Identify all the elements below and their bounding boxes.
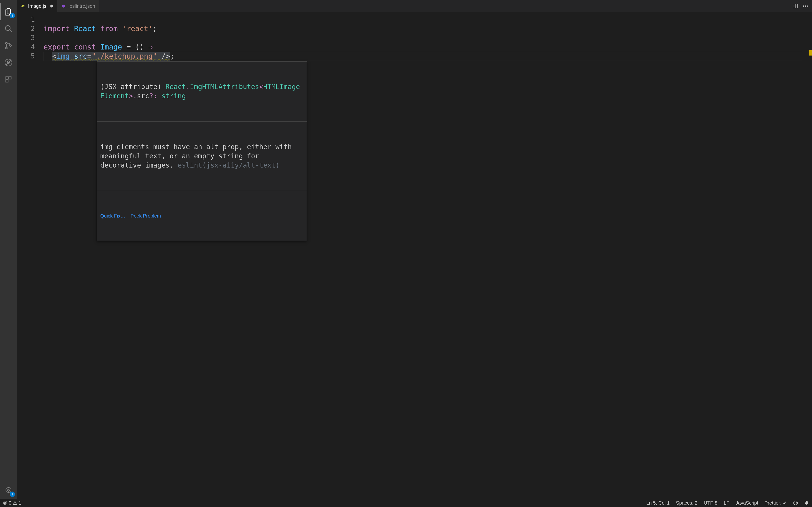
tab-image-js[interactable]: JS Image.js <box>17 0 57 12</box>
current-line-highlight <box>44 52 802 61</box>
js-file-icon: JS <box>21 4 26 8</box>
status-feedback[interactable] <box>793 501 798 505</box>
svg-point-18 <box>794 501 798 505</box>
quick-fix-link[interactable]: Quick Fix… <box>100 211 125 220</box>
status-indent[interactable]: Spaces: 2 <box>676 500 698 506</box>
bell-icon <box>804 501 809 505</box>
json-file-icon: ⬢ <box>61 4 66 8</box>
activity-extensions[interactable] <box>0 71 17 88</box>
svg-point-3 <box>6 47 7 49</box>
split-editor-icon[interactable] <box>793 3 798 9</box>
dirty-indicator-icon <box>50 5 53 7</box>
tab-eslintrc[interactable]: ⬢ .eslintrc.json <box>57 0 99 12</box>
tab-bar: JS Image.js ⬢ .eslintrc.json ••• <box>17 0 812 12</box>
hover-message: img elements must have an alt prop, eith… <box>97 140 307 172</box>
status-prettier[interactable]: Prettier: ✔ <box>764 500 787 506</box>
line-gutter: 1 2 3 4 5 <box>17 12 44 499</box>
status-cursor[interactable]: Ln 5, Col 1 <box>646 500 670 506</box>
status-problems[interactable]: 0 1 <box>3 500 21 506</box>
extensions-icon <box>5 76 12 83</box>
status-language[interactable]: JavaScript <box>735 500 758 506</box>
activity-settings[interactable]: 1 <box>0 482 17 499</box>
peek-problem-link[interactable]: Peek Problem <box>131 211 161 220</box>
smiley-icon <box>793 501 798 505</box>
source-control-icon <box>4 42 12 50</box>
hover-widget: (JSX attribute) React.ImgHTMLAttributes<… <box>97 61 307 241</box>
svg-rect-8 <box>9 77 11 79</box>
more-actions-icon[interactable]: ••• <box>803 3 809 9</box>
activity-debug[interactable] <box>0 54 17 71</box>
explorer-badge: 1 <box>10 13 15 18</box>
svg-point-0 <box>5 25 10 31</box>
line-number: 1 <box>17 15 35 24</box>
svg-point-19 <box>795 502 795 503</box>
overview-ruler[interactable] <box>808 24 812 499</box>
tab-label: .eslintrc.json <box>68 3 95 9</box>
error-icon <box>3 501 7 505</box>
svg-rect-7 <box>6 77 8 79</box>
line-number: 3 <box>17 33 35 43</box>
activity-scm[interactable] <box>0 37 17 54</box>
activity-search[interactable] <box>0 20 17 37</box>
warning-marker[interactable] <box>809 50 812 56</box>
svg-point-4 <box>10 45 11 46</box>
settings-badge: 1 <box>10 492 15 497</box>
search-icon <box>4 24 12 33</box>
tab-label: Image.js <box>28 3 46 9</box>
svg-line-1 <box>9 30 12 32</box>
status-notifications[interactable] <box>804 501 809 505</box>
code-editor[interactable]: import React from 'react'; export const … <box>44 12 807 499</box>
warning-icon <box>13 501 17 505</box>
svg-rect-9 <box>6 80 8 82</box>
status-eol[interactable]: LF <box>724 500 729 506</box>
hover-type-info: (JSX attribute) React.ImgHTMLAttributes<… <box>97 80 307 103</box>
status-encoding[interactable]: UTF-8 <box>704 500 717 506</box>
svg-point-2 <box>6 43 7 44</box>
activity-bar: 1 1 <box>0 0 17 499</box>
line-number: 4 <box>17 43 35 52</box>
status-bar: 0 1 Ln 5, Col 1 Spaces: 2 UTF-8 LF JavaS… <box>0 499 812 507</box>
line-number: 5 <box>17 52 35 61</box>
svg-point-20 <box>796 502 797 503</box>
line-number: 2 <box>17 24 35 33</box>
activity-explorer[interactable]: 1 <box>0 3 17 20</box>
debug-disabled-icon <box>4 58 12 67</box>
svg-point-10 <box>7 489 10 492</box>
